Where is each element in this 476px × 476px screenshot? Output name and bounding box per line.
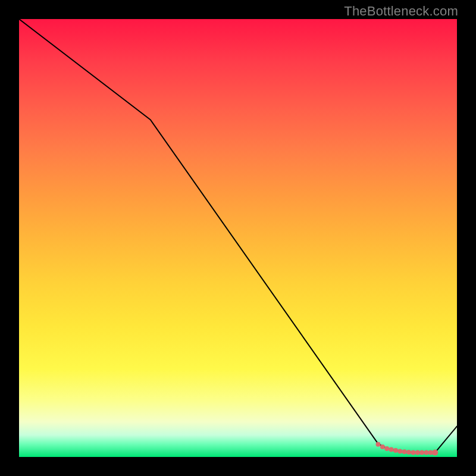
highlight-dot [380, 444, 385, 449]
highlight-dot [389, 447, 394, 452]
highlight-dot [397, 449, 402, 453]
highlight-dot [419, 450, 424, 455]
plot-area [19, 19, 457, 457]
highlight-dot [393, 448, 398, 453]
chart-container: TheBottleneck.com [0, 0, 476, 476]
highlight-dot [424, 450, 429, 455]
highlight-dot [406, 450, 411, 455]
highlight-dot [384, 446, 389, 451]
watermark-text: TheBottleneck.com [344, 4, 458, 19]
highlight-dot [376, 442, 381, 447]
chart-svg [19, 19, 457, 457]
highlight-dot [411, 450, 415, 455]
highlight-dot [415, 450, 420, 455]
highlight-dot [402, 449, 407, 454]
bottleneck-curve-line [19, 19, 457, 453]
highlight-points [376, 442, 439, 456]
highlight-dot [432, 450, 438, 456]
highlight-dot [428, 450, 433, 455]
